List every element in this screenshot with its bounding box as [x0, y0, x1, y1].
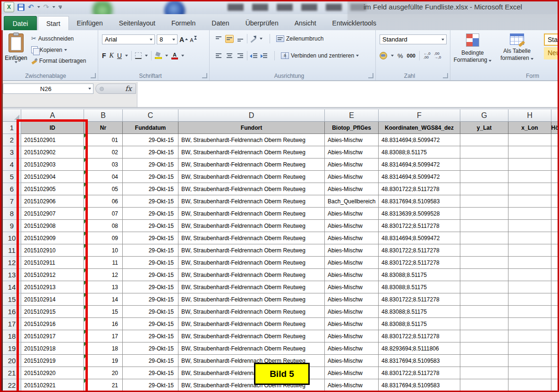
cell[interactable]: 48.8301722;8.5117278 — [379, 367, 460, 379]
cell[interactable]: 29-Okt-15 — [123, 146, 178, 158]
cell[interactable]: 29-Okt-15 — [123, 158, 178, 171]
cell[interactable]: Abies-Mischw — [325, 134, 379, 146]
cell[interactable]: BW, Straubenhardt-Feldrennach Oberm Reut… — [178, 293, 325, 306]
row-header-19[interactable]: 19 — [3, 342, 21, 355]
cell[interactable]: Abies-Mischw — [325, 306, 379, 318]
cell[interactable]: 48.8317694;8.5109583 — [379, 379, 460, 392]
cell[interactable]: Abies-Mischw — [325, 269, 379, 281]
customize-qat-icon[interactable] — [59, 6, 62, 9]
cell[interactable]: Abies-Mischw — [325, 171, 379, 183]
cell[interactable]: 29-Okt-15 — [123, 208, 178, 220]
cell[interactable] — [508, 379, 551, 392]
cell-style-neutral[interactable]: Neu — [544, 47, 559, 59]
row-header-20[interactable]: 20 — [3, 355, 21, 367]
cell[interactable]: Funddatum — [123, 122, 178, 134]
redo-icon[interactable]: ↷ — [43, 4, 50, 10]
row-header-9[interactable]: 9 — [3, 220, 21, 232]
cell[interactable] — [508, 367, 551, 379]
cell[interactable] — [508, 318, 551, 330]
cell[interactable] — [551, 293, 559, 306]
cell[interactable]: 2015102908 — [21, 220, 84, 232]
number-format-dropdown-icon[interactable] — [441, 39, 444, 41]
cell[interactable]: 20 — [84, 367, 123, 379]
cell[interactable]: BW, Straubenhardt-Feldrennach Oberm Reut… — [178, 208, 325, 220]
clipboard-dialog-launcher-icon[interactable] — [91, 73, 96, 78]
column-header-F[interactable]: F — [379, 109, 460, 122]
cell[interactable] — [460, 158, 508, 171]
number-dialog-launcher-icon[interactable] — [443, 73, 448, 78]
row-header-16[interactable]: 16 — [3, 306, 21, 318]
cell[interactable] — [551, 195, 559, 208]
font-size-combo[interactable]: 8 — [157, 34, 178, 44]
cell[interactable]: 2015102917 — [21, 330, 84, 342]
cell[interactable]: 48.8317694;8.5109583 — [379, 195, 460, 208]
cell[interactable]: 29-Okt-15 — [123, 293, 178, 306]
cell[interactable]: Bach_Quellbereich — [325, 195, 379, 208]
row-header-15[interactable]: 15 — [3, 293, 21, 306]
cell[interactable]: Abies-Mischw — [325, 281, 379, 293]
format-as-table-button[interactable]: Als Tabelle formatieren — [496, 33, 538, 62]
align-middle-button[interactable] — [225, 35, 234, 43]
cell[interactable]: 15 — [84, 306, 123, 318]
column-header-D[interactable]: D — [178, 109, 325, 122]
cell[interactable]: BW, Straubenhardt-Feldrennach Oberm Reut… — [178, 146, 325, 158]
cell[interactable] — [551, 318, 559, 330]
bold-button[interactable]: F — [102, 52, 106, 59]
cell[interactable]: BW, Straubenhardt-Feldrennach Oberm Reut… — [178, 134, 325, 146]
cell[interactable] — [551, 330, 559, 342]
grow-font-button[interactable]: A — [179, 36, 188, 43]
cell[interactable]: 48.83088;8.51175 — [379, 281, 460, 293]
cell[interactable]: 2015102905 — [21, 183, 84, 195]
wrap-text-button[interactable]: Zeilenumbruch — [276, 35, 323, 42]
cell[interactable]: BW, Straubenhardt-Feldrennach Oberm Reut… — [178, 306, 325, 318]
cell[interactable]: BW, Straubenhardt-Feldrennach Oberm Reut… — [178, 183, 325, 195]
cell[interactable] — [508, 244, 551, 257]
cell[interactable] — [460, 306, 508, 318]
cell[interactable]: 29-Okt-15 — [123, 257, 178, 269]
cell[interactable]: Fundort — [178, 122, 325, 134]
tab-formeln[interactable]: Formeln — [163, 16, 203, 30]
cell[interactable] — [551, 306, 559, 318]
formula-input[interactable] — [137, 82, 559, 107]
cell[interactable] — [551, 232, 559, 244]
cell[interactable] — [508, 330, 551, 342]
tab-seitenlayout[interactable]: Seitenlayout — [111, 16, 163, 30]
cell[interactable] — [460, 208, 508, 220]
redo-dropdown-icon[interactable] — [52, 6, 55, 8]
format-painter-button[interactable]: Format übertragen — [31, 58, 86, 64]
cell[interactable]: 29-Okt-15 — [123, 269, 178, 281]
cell[interactable]: 17 — [84, 330, 123, 342]
column-header-G[interactable]: G — [460, 109, 508, 122]
cell[interactable]: 2015102912 — [21, 269, 84, 281]
cell[interactable]: 03 — [84, 158, 123, 171]
name-box-dropdown-icon[interactable] — [88, 88, 91, 90]
insert-function-icon[interactable]: fx — [125, 84, 132, 93]
conditional-formatting-button[interactable]: Bedingte Formatierung — [451, 33, 494, 64]
row-header-13[interactable]: 13 — [3, 269, 21, 281]
cell[interactable]: 2015102909 — [21, 232, 84, 244]
font-color-icon[interactable]: A — [171, 52, 178, 59]
cell[interactable]: 29-Okt-15 — [123, 281, 178, 293]
column-header-A[interactable]: A — [21, 109, 84, 122]
cell[interactable] — [551, 367, 559, 379]
cell[interactable]: BW, Straubenhardt-Feldrennach Oberm Reut… — [178, 257, 325, 269]
cell[interactable]: ID — [21, 122, 84, 134]
cell[interactable]: Abies-Mischw — [325, 146, 379, 158]
cell[interactable]: 48.8314694;8.5099472 — [379, 232, 460, 244]
excel-logo-icon[interactable]: X — [4, 2, 14, 12]
select-all-corner[interactable] — [3, 109, 21, 122]
cell[interactable]: 09 — [84, 232, 123, 244]
cell[interactable] — [551, 171, 559, 183]
cell[interactable]: 48.8313639;8.5099528 — [379, 208, 460, 220]
cell[interactable] — [460, 244, 508, 257]
row-header-18[interactable]: 18 — [3, 330, 21, 342]
conditional-formatting-dropdown-icon[interactable] — [489, 60, 491, 62]
cell[interactable]: 2015102916 — [21, 318, 84, 330]
borders-icon[interactable] — [135, 52, 142, 59]
cell[interactable] — [460, 134, 508, 146]
align-top-button[interactable] — [214, 35, 223, 43]
cell[interactable] — [551, 244, 559, 257]
cell[interactable]: 29-Okt-15 — [123, 306, 178, 318]
cell[interactable]: 2015102915 — [21, 306, 84, 318]
cell[interactable] — [551, 146, 559, 158]
